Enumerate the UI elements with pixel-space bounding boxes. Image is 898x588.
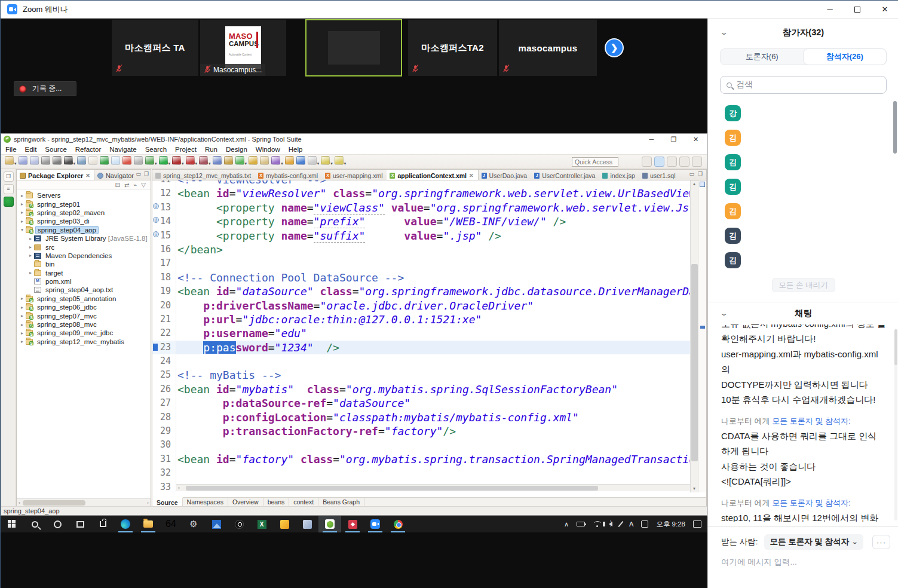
forward-icon-menu[interactable]: ▾ [344, 161, 347, 166]
restore-view-icon[interactable]: ❐ [4, 172, 14, 182]
ide-close-button[interactable]: ✕ [685, 136, 707, 143]
tray-chevron-icon[interactable]: ∧ [564, 520, 569, 528]
clock[interactable]: 오후 9:28 [656, 520, 685, 529]
chat-more-button[interactable]: ··· [872, 535, 890, 549]
participants-tab-attendees[interactable]: 참석자(26) [804, 49, 887, 65]
code-line-16[interactable]: 16</bean> [152, 243, 706, 256]
layout-icon[interactable] [111, 156, 120, 165]
code-line-17[interactable]: 17 [152, 256, 706, 270]
quick-access-input[interactable]: Quick Access [572, 157, 618, 167]
search-icon[interactable] [23, 516, 46, 532]
tree-collapsed-icon[interactable]: ▸ [19, 313, 25, 318]
tree-item-spring-step04-aop-txt[interactable]: spring_step04_aop.txt [17, 286, 151, 294]
window-close-button[interactable]: ✕ [871, 1, 898, 18]
run-icon-menu[interactable]: ▾ [168, 161, 171, 166]
code-line-18[interactable]: 18<!-- Connection Pool DataSource --> [152, 271, 706, 284]
tree-collapsed-icon[interactable]: ▸ [19, 330, 25, 336]
editor-tab-usercontroller-java[interactable]: JUserController.java [531, 170, 599, 180]
spring-boot-dashboard-icon[interactable] [235, 156, 244, 165]
debug-icon[interactable] [145, 156, 154, 165]
debug-icon-menu[interactable]: ▾ [155, 161, 157, 166]
menu-source[interactable]: Source [41, 146, 71, 153]
coverage-icon-menu[interactable]: ▾ [182, 161, 184, 166]
server-start-icon[interactable] [100, 156, 109, 165]
debug-perspective-icon[interactable] [667, 157, 677, 167]
external-tools-icon-menu[interactable]: ▾ [281, 161, 283, 166]
tree-item-spring-step04-aop[interactable]: ▾spring_step04_aop [17, 226, 151, 234]
bottom-tab-namespaces[interactable]: Namespaces [183, 498, 228, 506]
code-line-32[interactable]: 32 [152, 466, 706, 480]
link-with-editor-icon[interactable]: ⇄ [124, 182, 129, 188]
stop-icon-menu[interactable]: ▾ [195, 161, 198, 166]
tree-item-maven-dependencies[interactable]: ▸Maven Dependencies [17, 252, 151, 260]
bottom-tab-overview[interactable]: Overview [228, 498, 263, 506]
tree-expanded-icon[interactable]: ▾ [19, 227, 25, 232]
tree-item-spring-step07-mvc[interactable]: ▸spring_step07_mvc [17, 311, 151, 320]
zoom-app-icon[interactable] [364, 516, 387, 532]
chat-input[interactable]: 여기에 메시지 입력... [721, 557, 890, 568]
video-tile--ta[interactable]: 마소캠퍼스 TA [111, 19, 199, 76]
save-all-icon[interactable] [30, 156, 39, 165]
editor-tab-spring-step12-mvc-mybatis-txt[interactable]: spring_step12_mvc_mybatis.txt [152, 170, 255, 180]
notes-icon[interactable] [296, 516, 318, 532]
chat-recipients-link[interactable]: 모든 토론자 및 참석자: [772, 416, 850, 425]
spring-tool-suite-icon[interactable] [318, 516, 341, 532]
window-maximize-button[interactable] [844, 1, 871, 18]
tree-item-spring-step06-jdbc[interactable]: ▸spring_step06_jdbc [17, 303, 151, 311]
participants-collapse-icon[interactable]: ⌄ [719, 29, 728, 36]
view-menu-icon[interactable]: ▽ [141, 182, 146, 188]
close-view-icon[interactable]: ✕ [85, 173, 90, 179]
store-icon[interactable] [91, 516, 114, 532]
menu-window[interactable]: Window [252, 146, 284, 153]
web-browser-icon[interactable] [296, 156, 305, 165]
recording-indicator[interactable]: 기록 중... [14, 81, 76, 96]
code-line-13[interactable]: 13i <property name="viewClass" value="or… [152, 201, 706, 215]
spring-perspective-icon[interactable] [679, 157, 689, 167]
tree-collapsed-icon[interactable]: ▸ [19, 201, 25, 207]
menu-help[interactable]: Help [284, 146, 307, 153]
run-icon[interactable] [159, 156, 168, 165]
tree-collapsed-icon[interactable]: ▸ [19, 296, 25, 301]
menu-refactor[interactable]: Refactor [71, 146, 105, 153]
settings-icon[interactable]: ⚙ [182, 516, 205, 532]
back-icon-menu[interactable]: ▾ [330, 161, 333, 166]
tree-item-spring-step09-mvc-jdbc[interactable]: ▸spring_step09_mvc_jdbc [17, 329, 151, 337]
editor-vscrollbar[interactable]: ▲▼ [690, 180, 698, 492]
team-perspective-icon[interactable] [692, 157, 702, 167]
last-edit-location-icon[interactable] [122, 156, 131, 165]
save-icon[interactable] [19, 156, 27, 165]
code-line-31[interactable]: 31<bean id="factory" class="org.mybatis.… [152, 452, 706, 466]
app-64-icon[interactable]: 64 [160, 516, 182, 532]
bottom-tab-beans[interactable]: beans [263, 498, 290, 506]
hancom-icon[interactable] [273, 516, 296, 532]
menu-search[interactable]: Search [141, 146, 171, 153]
spring-boot-dashboard-icon-menu[interactable]: ▾ [245, 161, 247, 166]
code-line-12[interactable]: 12<bean id="viewResolver" class="org.spr… [152, 186, 706, 200]
code-line-28[interactable]: 28 p:configLocation="classpath:mybatis/m… [152, 411, 706, 424]
tree-collapsed-icon[interactable]: ▸ [19, 339, 25, 344]
editor-tab-applicationcontext-xml[interactable]: XapplicationContext.xml✕ [387, 170, 478, 180]
tree-item-bin[interactable]: bin [17, 260, 151, 268]
participant-row[interactable]: 김 [708, 223, 898, 248]
code-line-29[interactable]: 29 p:transactionFactory-ref="factory"/> [152, 424, 706, 438]
menu-project[interactable]: Project [171, 146, 201, 153]
tree-item-servers[interactable]: ▸Servers [17, 191, 151, 200]
file-explorer-icon[interactable] [137, 516, 160, 532]
tree-collapsed-icon[interactable]: ▸ [27, 253, 33, 258]
tree-item-spring-step03-di[interactable]: ▸spring_step03_di [17, 217, 151, 225]
maximize-view-icon[interactable]: ❐ [144, 171, 149, 177]
tree-collapsed-icon[interactable]: ▸ [27, 236, 33, 241]
volume-icon[interactable] [609, 522, 612, 526]
code-line-25[interactable]: 25<!-- myBatis --> [152, 368, 706, 382]
participant-row[interactable]: 김 [708, 248, 898, 272]
pen-icon[interactable] [618, 521, 623, 527]
outline-view-icon[interactable]: ≡ [4, 184, 14, 194]
tree-item-spring-step02-maven[interactable]: ▸spring_step02_maven [17, 209, 151, 217]
bottom-tab-beans-graph[interactable]: Beans Graph [318, 498, 364, 506]
minimize-editor-icon[interactable]: ▭ [689, 171, 694, 180]
chat-recipients-link[interactable]: 모든 토론자 및 참석자: [772, 498, 850, 507]
profile-icon-menu[interactable]: ▾ [209, 161, 211, 166]
close-tab-icon[interactable]: ✕ [469, 173, 474, 179]
code-line-19[interactable]: 19<bean id="dataSource" class="org.sprin… [152, 284, 706, 298]
build-all-icon[interactable] [53, 156, 62, 165]
